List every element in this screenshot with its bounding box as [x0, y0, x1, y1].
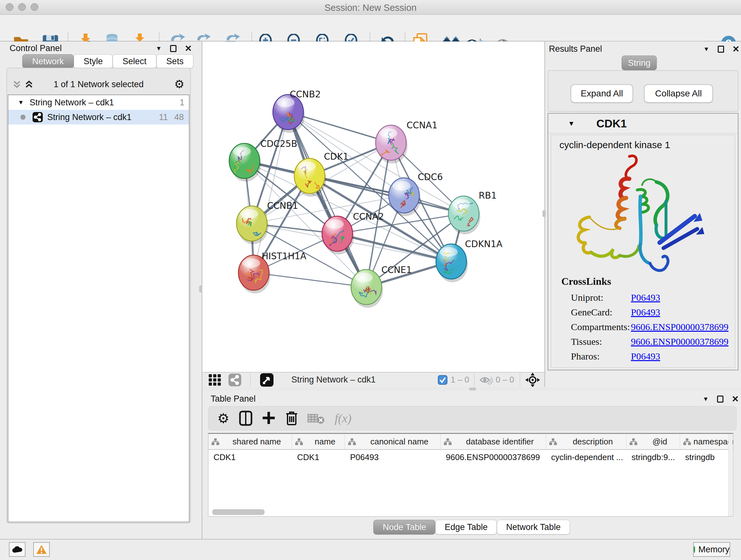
cell-database-identifier[interactable]: 9606.ENSP00000378699 — [441, 450, 546, 464]
table-row[interactable]: CDK1CDK1P064939606.ENSP00000378699cyclin… — [208, 450, 733, 464]
crosslink-value-link[interactable]: P06493 — [631, 351, 660, 362]
horizontal-splitter[interactable] — [202, 387, 741, 391]
network-node-label: CDKN1A — [465, 239, 502, 249]
fit-crosshair-icon[interactable] — [525, 373, 540, 387]
show-columns-icon[interactable] — [239, 411, 253, 426]
function-builder-icon[interactable]: f(x) — [335, 411, 352, 425]
status-bar: Memory — [0, 539, 741, 560]
control-panel: Control Panel ▼ ✕ NetworkStyleSelectSets… — [0, 42, 202, 539]
float-panel-icon[interactable] — [718, 46, 724, 53]
cell-description[interactable]: cyclin-dependent ... — [546, 450, 626, 464]
splitter-handle[interactable] — [469, 388, 476, 390]
network-node-CCNB2[interactable]: CCNB2 — [273, 89, 321, 133]
warning-button[interactable] — [33, 542, 50, 557]
gene-symbol: CDK1 — [596, 117, 627, 130]
column-header-name[interactable]: name — [292, 434, 345, 449]
tab-style[interactable]: Style — [74, 54, 113, 68]
crosslink-label: Tissues: — [571, 336, 631, 347]
network-node-CCNA1[interactable]: CCNA1 — [376, 120, 437, 164]
network-node-RB1[interactable]: RB1 — [448, 190, 496, 234]
crosslink-value-link[interactable]: P06493 — [631, 292, 660, 303]
network-list: ▼ String Network – cdk1 1 String Network… — [8, 95, 190, 522]
column-header-shared-name[interactable]: shared name — [208, 434, 292, 449]
selected-checkbox-icon[interactable] — [438, 375, 448, 385]
grid-view-icon[interactable] — [208, 374, 222, 386]
crosslink-label: Pharos: — [571, 351, 631, 362]
cell-canonical-name[interactable]: P06493 — [345, 450, 441, 464]
crosslink-value-link[interactable]: 9606.ENSP00000378699 — [631, 336, 729, 347]
delete-column-icon[interactable] — [286, 411, 298, 426]
protein-structure-image — [561, 152, 727, 276]
tree-expander-icon[interactable]: ▼ — [18, 99, 24, 106]
network-node-CDKN1A[interactable]: CDKN1A — [436, 239, 502, 282]
attribute-type-icon — [444, 438, 452, 445]
node-count: 11 — [159, 112, 168, 122]
share-view-icon[interactable] — [228, 374, 241, 386]
network-node-CCNA2[interactable]: CCNA2 — [322, 211, 384, 254]
network-type-share-icon — [32, 112, 43, 122]
network-status-dot-icon — [20, 115, 25, 120]
cell-namespace[interactable]: stringdb — [680, 450, 733, 464]
horizontal-scrollbar-thumb[interactable] — [212, 509, 265, 515]
network-row-label: String Network – cdk1 — [47, 112, 131, 122]
collapse-panel-icon[interactable]: ▼ — [156, 45, 162, 52]
network-node-CDC6[interactable]: CDC6 — [389, 172, 443, 216]
tab-network-table[interactable]: Network Table — [497, 520, 570, 535]
tab-edge-table[interactable]: Edge Table — [435, 520, 497, 535]
network-edge-hist1h1a-ccne1[interactable] — [254, 273, 366, 287]
left-splitter-handle[interactable] — [199, 286, 202, 293]
crosslink-value-link[interactable]: 9606.ENSP00000378699 — [631, 321, 729, 332]
tab-select[interactable]: Select — [113, 54, 156, 68]
network-node-label: HIST1H1A — [262, 251, 307, 261]
close-panel-icon[interactable]: ✕ — [185, 44, 192, 54]
network-row-selected[interactable]: String Network – cdk1 11 48 — [8, 110, 189, 125]
crosslink-label: Compartments: — [571, 321, 631, 332]
column-header--id[interactable]: @id — [626, 434, 680, 449]
network-options-gear-icon[interactable]: ⚙ — [174, 78, 185, 91]
network-view-canvas[interactable]: CCNB2CCNA1CDC25BCDK1CDC6RB1CCNB1CCNA2CDK… — [202, 42, 544, 372]
column-header-canonical-name[interactable]: canonical name — [345, 434, 441, 449]
right-splitter-handle[interactable] — [542, 210, 546, 217]
birdseye-toggle-icon[interactable] — [260, 373, 273, 387]
column-header-namespace[interactable]: namespace — [680, 434, 733, 449]
main-toolbar: ? — [0, 15, 741, 42]
column-header-database-identifier[interactable]: database identifier — [441, 434, 546, 449]
gene-section: ▼ CDK1 cyclin-dependent kinase 1 — [548, 113, 738, 370]
collection-count: 1 — [180, 98, 185, 108]
collapse-panel-icon[interactable]: ▼ — [703, 395, 709, 402]
crosslink-row: Compartments:9606.ENSP00000378699 — [571, 320, 731, 334]
close-panel-icon[interactable]: ✕ — [732, 394, 739, 404]
network-collection-row[interactable]: ▼ String Network – cdk1 1 — [8, 95, 189, 110]
tab-sets[interactable]: Sets — [156, 54, 193, 68]
tab-node-table[interactable]: Node Table — [374, 520, 435, 535]
float-panel-icon[interactable] — [170, 45, 177, 52]
expand-all-button[interactable]: Expand All — [570, 84, 633, 103]
column-header-description[interactable]: description — [546, 434, 626, 449]
selected-status: 1 – 0 — [451, 375, 469, 385]
cell-name[interactable]: CDK1 — [292, 450, 345, 464]
network-node-label: RB1 — [479, 190, 496, 201]
network-edge-ccnb2-hist1h1a[interactable] — [254, 112, 288, 273]
network-node-CCNE1[interactable]: CCNE1 — [351, 265, 412, 308]
collapse-panel-icon[interactable]: ▼ — [703, 46, 710, 53]
network-node-HIST1H1A[interactable]: HIST1H1A — [239, 251, 307, 294]
collapse-all-button[interactable]: Collapse All — [644, 84, 713, 103]
float-panel-icon[interactable] — [717, 395, 724, 402]
cell--id[interactable]: stringdb:9... — [626, 450, 680, 464]
memory-button[interactable]: Memory — [693, 542, 730, 557]
network-node-CCNB1[interactable]: CCNB1 — [237, 200, 298, 244]
delete-table-icon[interactable] — [307, 413, 325, 424]
gene-collapse-icon[interactable]: ▼ — [568, 120, 575, 127]
vertical-scrollbar-track[interactable] — [728, 434, 733, 516]
tab-string[interactable]: String — [622, 56, 657, 70]
window-title: Session: New Session — [0, 3, 741, 13]
network-node-label: CCNE1 — [381, 265, 412, 275]
add-column-icon[interactable] — [262, 411, 275, 425]
attribute-type-icon — [212, 438, 219, 445]
crosslink-value-link[interactable]: P06493 — [631, 307, 660, 318]
cell-shared-name[interactable]: CDK1 — [208, 450, 292, 464]
close-panel-icon[interactable]: ✕ — [732, 44, 740, 54]
tab-network[interactable]: Network — [22, 54, 74, 68]
cloud-button[interactable] — [9, 542, 25, 557]
settings-gear-icon[interactable]: ⚙ — [217, 411, 229, 426]
